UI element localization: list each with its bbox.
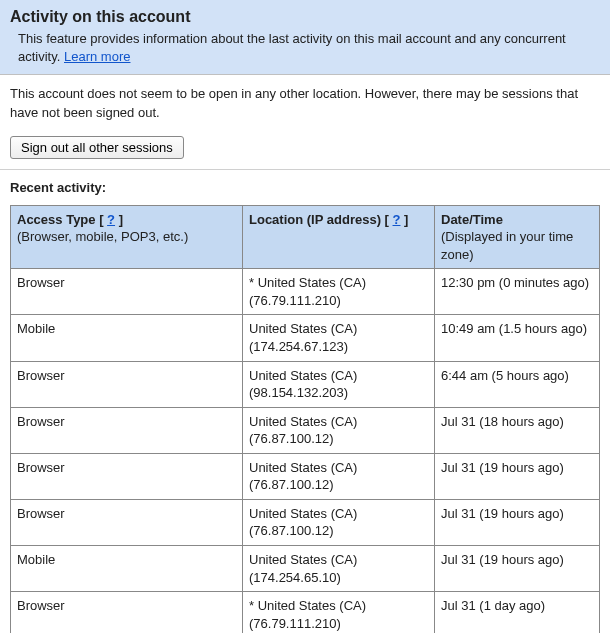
page-title: Activity on this account (10, 8, 600, 26)
cell-datetime: Jul 31 (19 hours ago) (435, 545, 600, 591)
header-box: Activity on this account This feature pr… (0, 0, 610, 75)
cell-access-type: Mobile (11, 315, 243, 361)
cell-datetime: 12:30 pm (0 minutes ago) (435, 269, 600, 315)
table-row: Browser* United States (CA) (76.79.111.2… (11, 592, 600, 633)
cell-location: United States (CA) (76.87.100.12) (243, 499, 435, 545)
cell-datetime: Jul 31 (1 day ago) (435, 592, 600, 633)
cell-location: United States (CA) (98.154.132.203) (243, 361, 435, 407)
cell-access-type: Browser (11, 453, 243, 499)
table-row: BrowserUnited States (CA) (76.87.100.12)… (11, 407, 600, 453)
cell-location: * United States (CA) (76.79.111.210) (243, 592, 435, 633)
status-text: This account does not seem to be open in… (10, 85, 600, 121)
table-row: BrowserUnited States (CA) (98.154.132.20… (11, 361, 600, 407)
learn-more-link[interactable]: Learn more (64, 49, 130, 64)
cell-location: United States (CA) (174.254.67.123) (243, 315, 435, 361)
table-header-row: Access Type [ ? ] (Browser, mobile, POP3… (11, 205, 600, 269)
recent-section: Recent activity: Access Type [ ? ] (Brow… (0, 170, 610, 633)
cell-access-type: Browser (11, 269, 243, 315)
cell-access-type: Mobile (11, 545, 243, 591)
sign-out-all-button[interactable]: Sign out all other sessions (10, 136, 184, 159)
access-type-help-link[interactable]: ? (107, 212, 115, 227)
cell-datetime: Jul 31 (19 hours ago) (435, 453, 600, 499)
table-row: BrowserUnited States (CA) (76.87.100.12)… (11, 499, 600, 545)
col-header-location: Location (IP address) [ ? ] (243, 205, 435, 269)
cell-location: * United States (CA) (76.79.111.210) (243, 269, 435, 315)
col-header-access-type: Access Type [ ? ] (Browser, mobile, POP3… (11, 205, 243, 269)
datetime-label: Date/Time (441, 212, 503, 227)
location-help-link[interactable]: ? (393, 212, 401, 227)
table-row: MobileUnited States (CA) (174.254.67.123… (11, 315, 600, 361)
cell-location: United States (CA) (174.254.65.10) (243, 545, 435, 591)
cell-location: United States (CA) (76.87.100.12) (243, 407, 435, 453)
cell-access-type: Browser (11, 592, 243, 633)
datetime-sub: (Displayed in your time zone) (441, 229, 573, 262)
location-label: Location (IP address) (249, 212, 381, 227)
col-header-datetime: Date/Time (Displayed in your time zone) (435, 205, 600, 269)
access-type-sub: (Browser, mobile, POP3, etc.) (17, 229, 188, 244)
recent-heading: Recent activity: (10, 180, 600, 195)
cell-access-type: Browser (11, 499, 243, 545)
cell-access-type: Browser (11, 361, 243, 407)
table-row: Browser* United States (CA) (76.79.111.2… (11, 269, 600, 315)
table-row: MobileUnited States (CA) (174.254.65.10)… (11, 545, 600, 591)
access-type-label: Access Type (17, 212, 96, 227)
table-row: BrowserUnited States (CA) (76.87.100.12)… (11, 453, 600, 499)
cell-location: United States (CA) (76.87.100.12) (243, 453, 435, 499)
cell-datetime: 10:49 am (1.5 hours ago) (435, 315, 600, 361)
activity-table: Access Type [ ? ] (Browser, mobile, POP3… (10, 205, 600, 633)
cell-datetime: 6:44 am (5 hours ago) (435, 361, 600, 407)
header-description: This feature provides information about … (18, 30, 600, 66)
status-section: This account does not seem to be open in… (0, 75, 610, 169)
cell-access-type: Browser (11, 407, 243, 453)
cell-datetime: Jul 31 (19 hours ago) (435, 499, 600, 545)
cell-datetime: Jul 31 (18 hours ago) (435, 407, 600, 453)
